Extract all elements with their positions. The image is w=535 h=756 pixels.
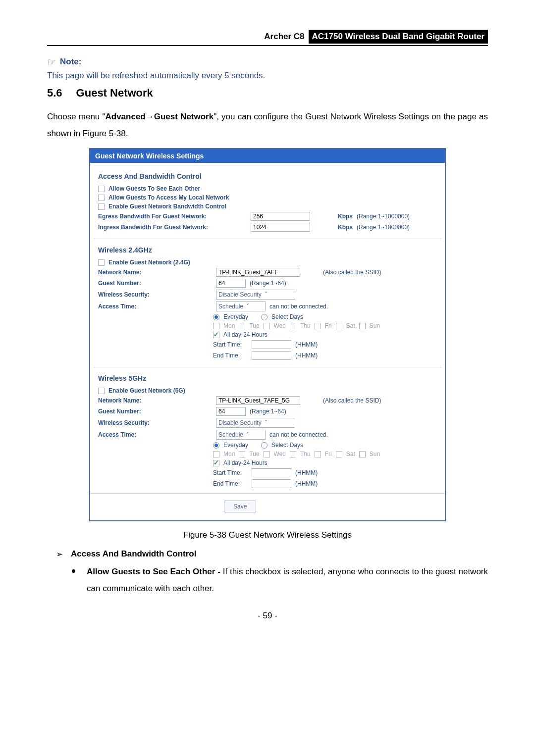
- input-24-guestno[interactable]: [216, 279, 246, 288]
- input-egress-bw[interactable]: [251, 212, 310, 221]
- chk-enable-bw-control[interactable]: [98, 203, 105, 210]
- lbl-24-wed: Wed: [274, 322, 286, 329]
- fmt-5-end: (HHMM): [295, 480, 318, 487]
- chk-allow-access-local[interactable]: [98, 195, 105, 201]
- product-model: AC1750 Wireless Dual Band Gigabit Router: [309, 30, 488, 44]
- lbl-5-security: Wireless Security:: [98, 419, 212, 426]
- select-5-security-value: Disable Security: [218, 419, 262, 426]
- chevron-down-icon: ˅: [265, 291, 268, 298]
- radio-5-selectdays[interactable]: [261, 442, 268, 449]
- chk-24-tue[interactable]: [239, 323, 245, 329]
- input-5-guestno[interactable]: [216, 407, 246, 416]
- note-24-guestno-range: (Range:1~64): [250, 280, 286, 287]
- radio-24-everyday[interactable]: [213, 314, 219, 320]
- chk-24-mon[interactable]: [213, 323, 219, 329]
- lbl-5-selectdays: Select Days: [271, 442, 303, 449]
- wl5-header: Wireless 5GHz: [98, 374, 437, 382]
- chk-24-sun[interactable]: [359, 323, 366, 329]
- select-5-access-value: Schedule: [218, 431, 243, 438]
- input-5-start[interactable]: [252, 468, 291, 477]
- wireless-24-section: Wireless 2.4GHz Enable Guest Network (2.…: [90, 241, 445, 365]
- chevron-down-icon: ˅: [246, 303, 249, 310]
- lbl-24-thu: Thu: [300, 322, 311, 329]
- kbps-ingress: Kbps: [338, 224, 353, 231]
- lbl-24-everyday: Everyday: [223, 313, 248, 320]
- fmt-5-start: (HHMM): [295, 469, 318, 476]
- chk-24-sat[interactable]: [336, 323, 342, 329]
- lbl-24-security: Wireless Security:: [98, 291, 212, 298]
- note-24-access: can not be connected.: [269, 303, 328, 310]
- lbl-5-thu: Thu: [300, 451, 311, 457]
- chk-5-fri[interactable]: [315, 451, 321, 457]
- lbl-24-end: End Time:: [213, 352, 248, 359]
- lbl-5-start: Start Time:: [213, 469, 248, 476]
- chk-24-wed[interactable]: [264, 323, 270, 329]
- range-egress: (Range:1~1000000): [357, 213, 410, 220]
- hand-point-icon: ☞: [47, 56, 56, 68]
- lbl-5-everyday: Everyday: [223, 442, 248, 449]
- wireless-5-section: Wireless 5GHz Enable Guest Network (5G) …: [90, 369, 445, 493]
- note-body: This page will be refreshed automaticall…: [47, 71, 488, 81]
- lbl-5-wed: Wed: [274, 451, 286, 457]
- input-ingress-bw[interactable]: [251, 223, 310, 232]
- select-5-access[interactable]: Schedule ˅: [216, 430, 266, 440]
- lbl-24-tue: Tue: [249, 322, 259, 329]
- lbl-5-sun: Sun: [370, 451, 380, 457]
- note-5-guestno-range: (Range:1~64): [250, 408, 286, 415]
- save-button[interactable]: Save: [224, 501, 256, 512]
- bullet-allow-see: Allow Guests to See Each Other - If this…: [87, 563, 488, 597]
- chk-allow-see-each-other[interactable]: [98, 186, 105, 192]
- radio-5-everyday[interactable]: [213, 442, 219, 449]
- lbl-enable-5g: Enable Guest Network (5G): [108, 387, 185, 394]
- chk-5-wed[interactable]: [264, 451, 270, 457]
- chk-24-thu[interactable]: [290, 323, 296, 329]
- lbl-5-access: Access Time:: [98, 431, 212, 438]
- radio-24-selectdays[interactable]: [261, 314, 268, 320]
- lbl-24-sun: Sun: [370, 322, 380, 329]
- lbl-enable-bw-control: Enable Guest Network Bandwidth Control: [108, 203, 226, 210]
- lbl-24-start: Start Time:: [213, 341, 248, 348]
- panel-title: Guest Network Wireless Settings: [90, 149, 445, 163]
- input-24-name[interactable]: [216, 268, 300, 277]
- input-5-name[interactable]: [216, 396, 300, 405]
- chk-5-allday[interactable]: [213, 460, 219, 466]
- input-24-end[interactable]: [252, 351, 291, 360]
- chk-5-mon[interactable]: [213, 451, 219, 457]
- chk-5-thu[interactable]: [290, 451, 296, 457]
- chevron-down-icon: ˅: [265, 419, 268, 426]
- input-5-end[interactable]: [252, 479, 291, 488]
- lbl-24-fri: Fri: [325, 322, 332, 329]
- page-number: - 59 -: [47, 611, 488, 621]
- lbl-5-guestno: Guest Number:: [98, 408, 212, 415]
- note-5-ssid: (Also called the SSID): [323, 397, 381, 404]
- chk-24-allday[interactable]: [213, 332, 219, 338]
- chk-24-fri[interactable]: [315, 323, 321, 329]
- select-5-security[interactable]: Disable Security ˅: [216, 418, 295, 428]
- chk-5-sun[interactable]: [359, 451, 366, 457]
- fmt-24-end: (HHMM): [295, 352, 318, 359]
- select-24-security[interactable]: Disable Security ˅: [216, 290, 295, 300]
- lbl-5-allday: All day-24 Hours: [223, 459, 268, 466]
- intro-a: Choose menu ": [47, 112, 106, 121]
- note-5-access: can not be connected.: [269, 431, 328, 438]
- lbl-24-name: Network Name:: [98, 269, 212, 276]
- chk-5-sat[interactable]: [336, 451, 342, 457]
- select-24-access[interactable]: Schedule ˅: [216, 302, 266, 311]
- lbl-ingress-bw: Ingress Bandwidth For Guest Network:: [98, 224, 247, 231]
- access-bw-header: Access And Bandwidth Control: [98, 172, 437, 180]
- lbl-5-mon: Mon: [223, 451, 235, 457]
- input-24-start[interactable]: [252, 340, 291, 349]
- chk-5-tue[interactable]: [239, 451, 245, 457]
- product-name: Archer C8: [264, 32, 304, 42]
- chk-enable-5g[interactable]: [98, 388, 105, 394]
- access-bandwidth-section: Access And Bandwidth Control Allow Guest…: [90, 167, 445, 237]
- chk-enable-24g[interactable]: [98, 259, 105, 266]
- bullet-access-bw: ➢ Access And Bandwidth Control: [56, 549, 488, 559]
- intro-b: Advanced: [106, 112, 146, 121]
- bullet-allow-see-lead: Allow Guests to See Each Other -: [87, 567, 223, 576]
- lbl-5-sat: Sat: [346, 451, 355, 457]
- section-number: 5.6: [47, 87, 62, 100]
- lbl-24-sat: Sat: [346, 322, 355, 329]
- chevron-down-icon: ˅: [246, 431, 249, 438]
- select-24-security-value: Disable Security: [218, 291, 262, 298]
